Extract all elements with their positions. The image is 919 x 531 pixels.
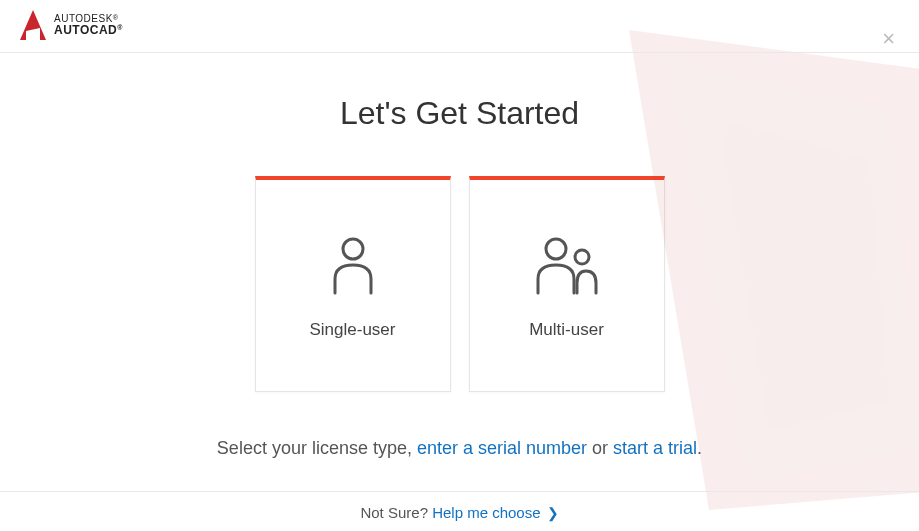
subtext-suffix: . <box>697 438 702 458</box>
license-cards: Single-user Multi-user <box>0 176 919 392</box>
help-me-choose-link[interactable]: Help me choose <box>432 504 540 521</box>
subtext-prefix: Select your license type, <box>217 438 417 458</box>
single-user-card[interactable]: Single-user <box>255 176 451 392</box>
brand-text: AUTODESK® AUTOCAD® <box>54 14 123 36</box>
close-button[interactable]: × <box>882 28 895 50</box>
single-user-icon <box>331 232 375 298</box>
footer: Not Sure? Help me choose❯ <box>0 491 919 531</box>
svg-point-0 <box>343 239 363 259</box>
header: AUTODESK® AUTOCAD® × <box>0 0 919 53</box>
subtext: Select your license type, enter a serial… <box>0 438 919 459</box>
single-user-label: Single-user <box>310 320 396 340</box>
brand-line2: AUTOCAD <box>54 23 117 37</box>
footer-prefix: Not Sure? <box>360 504 432 521</box>
multi-user-label: Multi-user <box>529 320 604 340</box>
chevron-right-icon: ❯ <box>547 505 559 521</box>
close-icon: × <box>882 26 895 51</box>
autocad-logo-icon <box>20 10 46 40</box>
enter-serial-link[interactable]: enter a serial number <box>417 438 587 458</box>
main-content: Let's Get Started Single-user Multi-us <box>0 53 919 459</box>
page-title: Let's Get Started <box>0 95 919 132</box>
start-trial-link[interactable]: start a trial <box>613 438 697 458</box>
brand-logo-block: AUTODESK® AUTOCAD® <box>20 10 123 40</box>
svg-point-1 <box>546 239 566 259</box>
multi-user-card[interactable]: Multi-user <box>469 176 665 392</box>
multi-user-icon <box>532 232 602 298</box>
subtext-mid: or <box>587 438 613 458</box>
svg-point-2 <box>575 250 589 264</box>
